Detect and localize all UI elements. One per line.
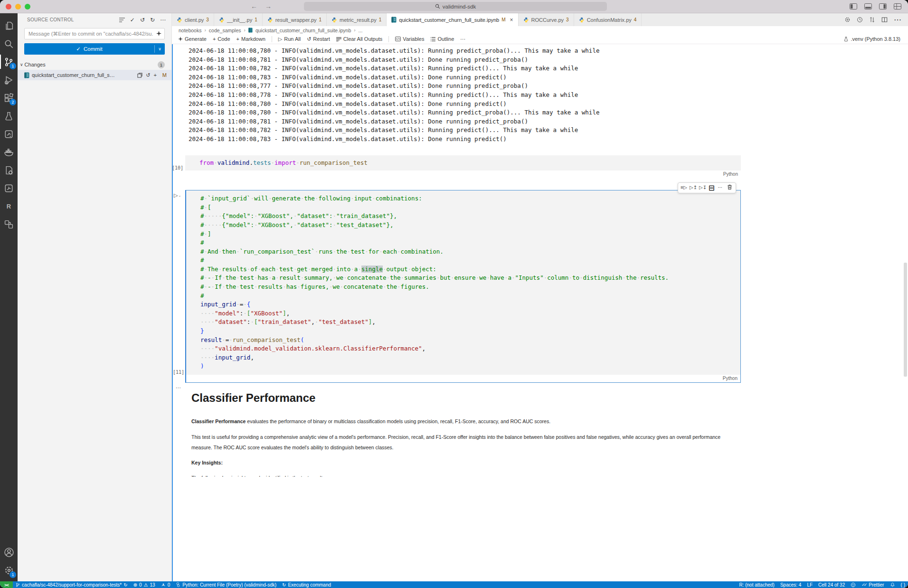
tab-result-wrapper-py[interactable]: result_wrapper.py1 [263, 13, 327, 26]
tab-metric-result-py[interactable]: metric_result.py1 [327, 13, 387, 26]
run-all-button[interactable]: ▷Run All [278, 36, 301, 42]
split-cell-icon[interactable]: ⊟ [709, 183, 715, 192]
testing-beaker-icon[interactable] [0, 107, 18, 125]
copilot-sparkle-icon[interactable] [156, 31, 161, 36]
r-language-icon[interactable]: R [0, 197, 18, 215]
explorer-icon[interactable] [0, 17, 18, 35]
task-status[interactable]: ↻ Executing command [279, 581, 334, 588]
zoom-window-button[interactable] [25, 4, 30, 9]
run-cell-button[interactable]: ▷ ⌄ [174, 192, 181, 199]
generate-button[interactable]: Generate [178, 36, 207, 42]
restart-button[interactable]: ↺Restart [307, 36, 330, 42]
code-cell-10[interactable]: [10] from·validmind.tests·import·run_com… [185, 155, 741, 179]
commit-message-input[interactable] [24, 28, 165, 39]
history-forward-button[interactable]: → [265, 2, 272, 10]
tab-quickstart-notebook[interactable]: quickstart_customer_churn_full_suite.ipy… [387, 13, 518, 26]
toggle-sidebar-icon[interactable] [850, 3, 857, 9]
remote-explorer-icon[interactable] [0, 215, 18, 233]
delete-cell-icon[interactable] [726, 183, 734, 191]
notebook-scroll-area[interactable]: 2024-06-18 11:00:08,780 - INFO(validmind… [172, 44, 908, 581]
parens-indicator[interactable]: ( ) [898, 581, 908, 588]
outline-button[interactable]: Outline [430, 36, 454, 42]
tab-confusionmatrix-py[interactable]: ConfusionMatrix.py4 [574, 13, 642, 26]
cell-language-picker[interactable]: Python [723, 171, 738, 177]
run-debug-icon[interactable] [0, 71, 18, 89]
breadcrumb-more[interactable]: ... [359, 28, 363, 33]
toggle-secondary-sidebar-icon[interactable] [879, 3, 887, 9]
feedback-smiley-icon[interactable] [848, 581, 859, 588]
docker-icon[interactable] [0, 143, 18, 161]
breadcrumb-file[interactable]: quickstart_customer_churn_full_suite.ipy… [255, 28, 351, 33]
customize-layout-icon[interactable] [894, 3, 901, 9]
execute-above-icon[interactable]: ▷↥ [690, 183, 698, 191]
kernel-picker[interactable]: .venv (Python 3.8.13) [843, 36, 908, 42]
history-icon[interactable]: ↺ [140, 17, 145, 23]
open-file-icon[interactable] [137, 73, 142, 78]
gitlens-icon[interactable] [0, 125, 18, 143]
clear-all-outputs-button[interactable]: Clear All Outputs [336, 36, 383, 42]
split-editor-icon[interactable] [881, 17, 888, 23]
gear-icon[interactable] [844, 17, 851, 23]
sourcery-icon[interactable] [0, 179, 18, 197]
compare-changes-icon[interactable] [869, 17, 875, 23]
code-cell-content[interactable]: from·validmind.tests·import·run_comparis… [185, 155, 741, 171]
markdown-cell[interactable]: Classifier Performance Classifier Perfor… [191, 391, 908, 477]
more-actions-icon[interactable]: ⋯ [716, 183, 724, 191]
commit-check-icon[interactable]: ✓ [130, 17, 135, 23]
execute-below-icon[interactable]: ▷↧ [699, 183, 707, 191]
minimize-window-button[interactable] [15, 4, 21, 9]
error-icon: ⊗ [133, 582, 137, 588]
add-code-cell-button[interactable]: +Code [213, 36, 230, 42]
run-by-line-icon[interactable]: ≡▷ [680, 183, 688, 191]
cell-language-picker[interactable]: Python [723, 376, 738, 381]
branch-indicator[interactable]: cachafla/sc-4842/support-for-comparison-… [13, 581, 130, 588]
tab-init-py[interactable]: __init__.py1 [214, 13, 263, 26]
add-markdown-cell-button[interactable]: +Markdown [236, 36, 265, 42]
markdown-cell-more-icon[interactable]: ⋯ [176, 385, 908, 390]
history-back-button[interactable]: ← [251, 2, 257, 10]
breadcrumb-notebooks[interactable]: notebooks [179, 28, 201, 33]
settings-gear-icon[interactable]: 1 [0, 561, 18, 579]
account-icon[interactable] [0, 543, 18, 561]
r-status[interactable]: R: (not attached) [736, 581, 777, 588]
prettier-status[interactable]: ✓✓ Prettier [859, 581, 887, 588]
view-and-sort-icon[interactable] [119, 18, 125, 22]
timeline-clock-icon[interactable] [857, 17, 863, 23]
close-window-button[interactable] [6, 4, 11, 9]
indentation-status[interactable]: Spaces: 4 [777, 581, 804, 588]
python-interpreter-indicator[interactable]: Python: Current File (Poetry) (validmind… [173, 581, 279, 588]
breadcrumb-code-samples[interactable]: code_samples [209, 28, 241, 33]
notifications-bell-icon[interactable] [887, 581, 898, 588]
changed-file-row[interactable]: quickstart_customer_churn_full_suite.ipy… [18, 70, 171, 80]
python-icon [176, 582, 180, 587]
more-actions-icon[interactable]: ⋯ [160, 17, 166, 23]
refresh-icon[interactable]: ↻ [150, 17, 155, 23]
command-center-search[interactable]: validmind-sdk [304, 2, 607, 11]
tab-client-py[interactable]: client.py3 [172, 13, 214, 26]
remote-indicator[interactable]: >< [0, 581, 13, 588]
code-cell-content[interactable]: #·`input_grid`·will·generate·the·followi… [186, 190, 740, 375]
stage-changes-icon[interactable]: + [153, 72, 156, 78]
code-cell-11[interactable]: ▷ ⌄ ≡▷ ▷↥ ▷↧ ⊟ ⋯ [11] #·`input_grid`·wil… [185, 190, 741, 383]
status-bar: >< cachafla/sc-4842/support-for-comparis… [0, 581, 908, 588]
python-file-icon [331, 17, 337, 23]
variables-button[interactable]: Variables [395, 36, 424, 42]
commit-button[interactable]: ✓ Commit ∨ [24, 43, 165, 55]
scrollbar-thumb[interactable] [904, 263, 907, 377]
toggle-panel-icon[interactable] [864, 3, 872, 9]
more-actions-icon[interactable]: ⋯ [894, 15, 901, 24]
extensions-icon[interactable]: 2 [0, 89, 18, 107]
changes-section-header[interactable]: ∨ Changes 1 [18, 59, 171, 70]
discard-changes-icon[interactable]: ↺ [146, 72, 150, 78]
close-tab-icon[interactable]: × [510, 17, 513, 23]
search-icon[interactable] [0, 35, 18, 53]
tab-roccurve-py[interactable]: ROCCurve.py3 [519, 13, 574, 26]
file-gear-icon[interactable] [0, 161, 18, 179]
source-control-icon[interactable]: 1 [0, 53, 18, 71]
toolbar-more-icon[interactable]: ⋯ [460, 36, 465, 42]
problems-indicator[interactable]: ⊗0 ⚠13 [131, 581, 158, 588]
commit-dropdown[interactable]: ∨ [154, 45, 165, 53]
cell-position-status[interactable]: Cell 24 of 32 [815, 581, 848, 588]
eol-status[interactable]: LF [804, 581, 815, 588]
live-share-indicator[interactable]: 0 [158, 581, 173, 588]
